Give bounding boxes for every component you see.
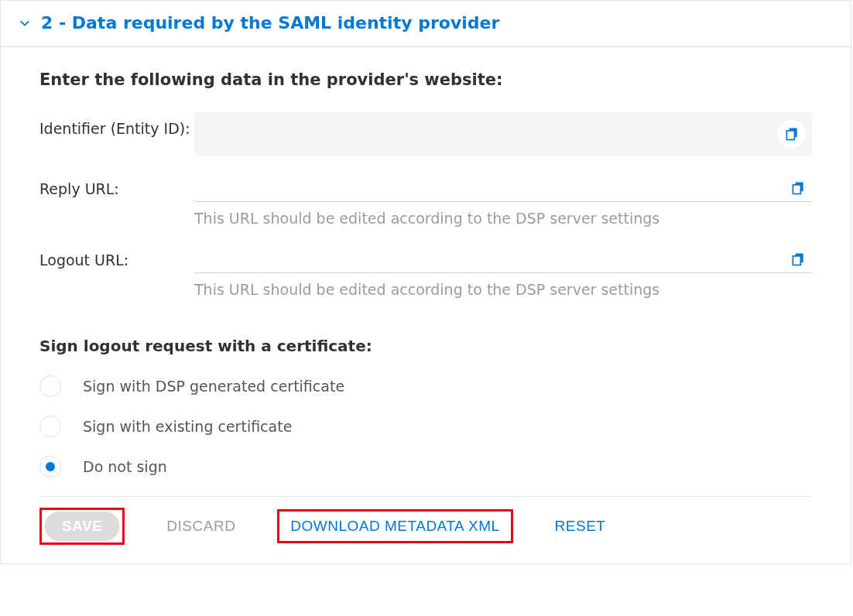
- save-button[interactable]: SAVE: [45, 512, 119, 541]
- reply-url-label: Reply URL:: [39, 173, 194, 197]
- button-bar: SAVE DISCARD DOWNLOAD METADATA XML RESET: [39, 497, 812, 548]
- copy-icon: [790, 180, 806, 196]
- identifier-value: [194, 112, 812, 156]
- logout-url-input[interactable]: [194, 244, 812, 273]
- radio-do-not-sign[interactable]: Do not sign: [39, 456, 812, 477]
- radio-icon: [39, 416, 61, 437]
- radio-sign-existing[interactable]: Sign with existing certificate: [39, 416, 812, 437]
- radio-label: Sign with DSP generated certificate: [83, 378, 344, 395]
- intro-text: Enter the following data in the provider…: [39, 70, 812, 89]
- svg-rect-5: [793, 256, 800, 265]
- reply-url-hint: This URL should be edited according to t…: [194, 210, 812, 227]
- field-logout-url: Logout URL: This URL should be edited ac…: [39, 244, 812, 298]
- download-metadata-button[interactable]: DOWNLOAD METADATA XML: [283, 513, 507, 539]
- logout-url-hint: This URL should be edited according to t…: [194, 281, 812, 298]
- radio-label: Sign with existing certificate: [83, 418, 292, 435]
- radio-icon: [39, 456, 61, 477]
- copy-icon: [784, 126, 800, 142]
- highlight-save: SAVE: [39, 508, 125, 545]
- copy-identifier-button[interactable]: [778, 120, 806, 148]
- radio-label: Do not sign: [83, 458, 167, 475]
- sign-section: Sign logout request with a certificate: …: [39, 337, 812, 477]
- field-identifier: Identifier (Entity ID):: [39, 112, 812, 156]
- copy-logout-url-button[interactable]: [786, 247, 810, 272]
- sign-section-title: Sign logout request with a certificate:: [39, 337, 812, 355]
- highlight-download: DOWNLOAD METADATA XML: [277, 509, 512, 543]
- reset-button[interactable]: RESET: [547, 513, 614, 539]
- radio-sign-dsp[interactable]: Sign with DSP generated certificate: [39, 375, 812, 397]
- section-header[interactable]: 2 - Data required by the SAML identity p…: [1, 1, 851, 47]
- radio-icon: [39, 375, 61, 397]
- identifier-label: Identifier (Entity ID):: [39, 112, 194, 137]
- copy-reply-url-button[interactable]: [786, 176, 810, 200]
- logout-url-label: Logout URL:: [39, 244, 194, 269]
- copy-icon: [790, 252, 806, 267]
- field-reply-url: Reply URL: This URL should be edited acc…: [39, 173, 812, 227]
- section-title: 2 - Data required by the SAML identity p…: [41, 13, 499, 33]
- reply-url-input[interactable]: [194, 173, 812, 202]
- svg-rect-1: [786, 131, 794, 140]
- discard-button[interactable]: DISCARD: [159, 513, 243, 539]
- saml-data-panel: 2 - Data required by the SAML identity p…: [0, 0, 851, 564]
- chevron-down-icon: [19, 18, 30, 29]
- svg-rect-3: [793, 185, 800, 194]
